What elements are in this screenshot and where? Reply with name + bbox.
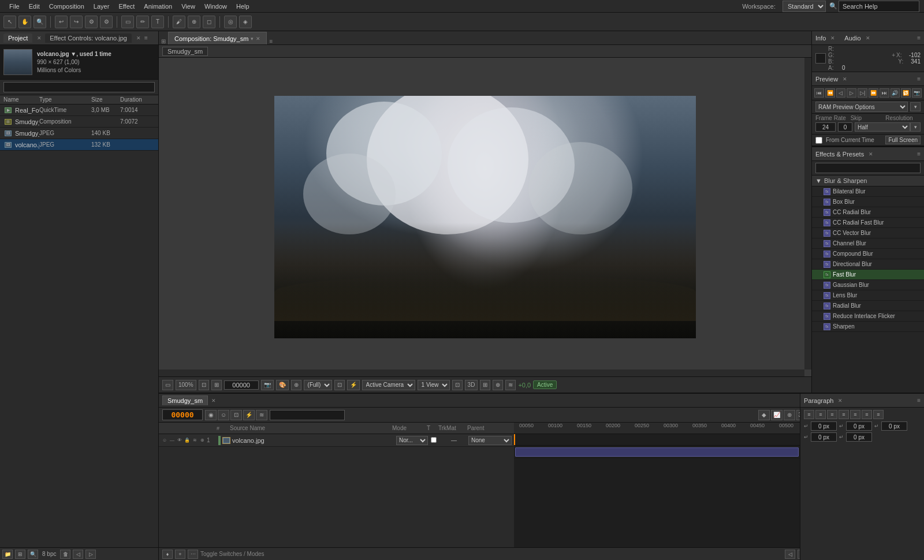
effect-item-cc-radial-fast-blur[interactable]: fx CC Radial Fast Blur (812, 218, 924, 228)
new-folder-btn[interactable]: 📁 (2, 550, 13, 559)
tool-hand[interactable]: ✋ (18, 16, 31, 28)
effect-item-sharpen[interactable]: fx Sharpen (812, 322, 924, 332)
menu-animation[interactable]: Animation (139, 2, 177, 11)
comp-sub-tab[interactable]: Smudgy_sm (162, 47, 208, 56)
effects-category-blur[interactable]: ▼ Blur & Sharpen (812, 176, 924, 186)
tl-motion-btn[interactable]: ≋ (256, 410, 267, 420)
tool-brush[interactable]: 🖌 (173, 16, 185, 28)
effect-item-cc-radial-blur[interactable]: fx CC Radial Blur (812, 207, 924, 218)
timeline-layer-row[interactable]: ☺ — 👁 🔒 ≋ ⊕ 1 volcano.jpg (159, 434, 514, 447)
effect-item-gaussian-blur[interactable]: fx Gaussian Blur (812, 280, 924, 290)
paragraph-close[interactable]: ✕ (838, 398, 843, 404)
tl-more-btn[interactable]: ⋯ (188, 550, 198, 559)
project-item[interactable]: ▶ Real_Fo...mov QuickTime 3,0 MB 7:0014 (0, 104, 158, 116)
menu-composition[interactable]: Composition (44, 2, 89, 11)
effect-item-fast-blur[interactable]: fx Fast Blur (812, 270, 924, 280)
tool-settings[interactable]: ⚙ (100, 16, 113, 28)
layer-motion-switch[interactable]: ≋ (191, 437, 198, 444)
new-comp-btn[interactable]: ⊞ (15, 550, 25, 559)
preview-tab[interactable]: Preview (815, 76, 838, 83)
tool-select[interactable]: ↖ (3, 16, 16, 28)
project-item[interactable]: 🖼 Smudgy_....jpg JPEG 140 KB (0, 128, 158, 139)
audio-close[interactable]: ✕ (866, 35, 870, 41)
tl-nav-left-btn[interactable]: ◁ (785, 550, 795, 559)
menu-window[interactable]: Window (200, 2, 232, 11)
para-indent-1[interactable] (811, 421, 837, 431)
prev-last-btn[interactable]: ⏭ (880, 88, 889, 98)
comp-snap-btn[interactable]: ⊕ (493, 380, 503, 390)
tl-add-marker-btn[interactable]: ♦ (162, 550, 173, 559)
para-indent-4[interactable] (811, 432, 837, 442)
effects-search-input[interactable] (815, 163, 921, 173)
comp-view2-btn[interactable]: ⊡ (452, 380, 463, 390)
comp-tab-dropdown[interactable]: ▾ (251, 36, 254, 42)
para-align-center[interactable]: ≡ (815, 410, 826, 419)
para-justify-center[interactable]: ≡ (850, 410, 860, 419)
timeline-tab-close[interactable]: ✕ (211, 398, 216, 404)
layer-t-checkbox[interactable] (428, 437, 439, 444)
para-justify-right[interactable]: ≡ (862, 410, 872, 419)
effects-tab[interactable]: Effects & Presets (815, 151, 864, 158)
layer-shy-switch[interactable]: ☺ (161, 437, 168, 444)
para-indent-5[interactable] (846, 432, 872, 442)
project-item[interactable]: ⊞ Smudgy_sm Composition 7:0072 (0, 116, 158, 128)
prev-step-fwd-btn[interactable]: ▷| (858, 88, 867, 98)
effects-close[interactable]: ✕ (869, 151, 873, 157)
paragraph-tab[interactable]: Paragraph (804, 397, 833, 404)
prev-snapshot-btn[interactable]: 📷 (912, 88, 922, 98)
find-btn[interactable]: 🔍 (28, 550, 38, 559)
timeline-search-input[interactable] (270, 410, 345, 420)
comp-camera-btn[interactable]: 📷 (261, 380, 274, 390)
tl-graph-btn[interactable]: 📈 (771, 410, 783, 420)
prev-first-btn[interactable]: ⏮ (814, 88, 824, 98)
workspace-select[interactable]: Standard (783, 1, 826, 12)
menu-help[interactable]: Help (232, 2, 254, 11)
tool-redo[interactable]: ↪ (70, 16, 83, 28)
tool-eraser[interactable]: ◻ (203, 16, 215, 28)
menu-file[interactable]: File (5, 2, 24, 11)
tl-solo-btn[interactable]: ◉ (205, 410, 217, 420)
project-tab[interactable]: Project (3, 33, 32, 43)
comp-view-select[interactable]: 1 View (418, 380, 450, 390)
tl-shy-btn[interactable]: ☺ (218, 410, 229, 420)
para-align-left[interactable]: ≡ (804, 410, 814, 419)
comp-zoom-btn[interactable]: 100% (176, 380, 196, 390)
effect-item-cc-vector-blur[interactable]: fx CC Vector Blur (812, 228, 924, 238)
comp-color-btn[interactable]: 🎨 (276, 380, 289, 390)
arrow-right-btn[interactable]: ▷ (85, 550, 96, 559)
effect-item-directional-blur[interactable]: fx Directional Blur (812, 259, 924, 270)
layer-parent-select[interactable]: None (468, 436, 512, 445)
effect-item-compound-blur[interactable]: fx Compound Blur (812, 249, 924, 259)
comp-motion-btn[interactable]: ≋ (505, 380, 516, 390)
timeline-track-row[interactable] (514, 446, 800, 458)
para-align-right[interactable]: ≡ (827, 410, 837, 419)
menu-view[interactable]: View (177, 2, 200, 11)
comp-alpha-btn[interactable]: ⊕ (291, 380, 301, 390)
search-help-input[interactable] (839, 1, 919, 12)
viewer-scrollbar-horizontal[interactable] (159, 369, 804, 376)
effect-item-radial-blur[interactable]: fx Radial Blur (812, 301, 924, 311)
effect-item-box-blur[interactable]: fx Box Blur (812, 197, 924, 207)
prev-step-back-btn[interactable]: ◁ (836, 88, 846, 98)
timeline-timecode-input[interactable] (162, 409, 203, 420)
timeline-tab[interactable]: Smudgy_sm (162, 395, 208, 405)
effect-controls-tab[interactable]: Effect Controls: volcano.jpg (45, 33, 132, 43)
preview-close[interactable]: ✕ (843, 76, 847, 82)
comp-preview-btn[interactable]: ▭ (162, 380, 173, 390)
ps-skip-input[interactable] (838, 122, 852, 132)
comp-grid-btn[interactable]: ⊞ (211, 380, 222, 390)
ps-framerate-input[interactable] (815, 122, 836, 132)
prev-play-btn[interactable]: ▷ (847, 88, 856, 98)
comp-menu-icon[interactable]: ≡ (269, 38, 273, 44)
panel-menu-icon[interactable]: ≡ (144, 35, 148, 41)
arrow-btn[interactable]: ◁ (73, 550, 83, 559)
paragraph-menu[interactable]: ≡ (917, 397, 921, 404)
tl-quality-btn[interactable]: ⚡ (243, 410, 255, 420)
comp-res-btn[interactable]: ⊡ (334, 380, 345, 390)
comp-channel-select[interactable]: (Full) (304, 380, 332, 390)
comp-camera-select[interactable]: Active Camera (362, 380, 415, 390)
layer-lock-switch[interactable]: 🔒 (184, 437, 191, 444)
comp-fit-btn[interactable]: ⊡ (199, 380, 209, 390)
project-search-input[interactable] (3, 82, 155, 92)
tl-mask-btn[interactable]: ⊕ (784, 410, 795, 420)
